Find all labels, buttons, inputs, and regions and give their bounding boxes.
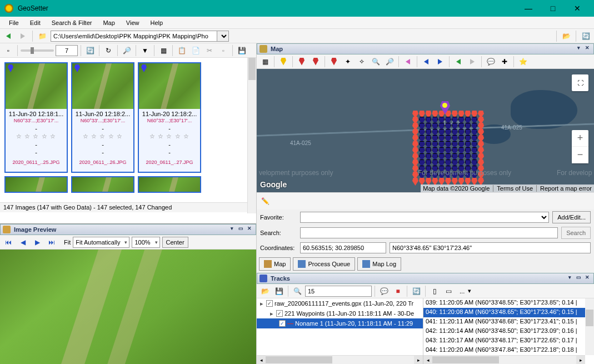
path-dropdown[interactable] — [217, 31, 229, 42]
map-tool-zoom-sel[interactable]: 🔍 — [370, 56, 382, 68]
map-fullscreen-button[interactable]: ⛶ — [572, 74, 588, 91]
nav-back-button[interactable] — [2, 30, 14, 42]
tracks-view2[interactable]: ▭ — [442, 285, 455, 297]
tracks-save[interactable]: 💾 — [273, 285, 285, 297]
track-point-row[interactable]: 043: 11:20:17 AM (N60°33'48.17"; E30°17'… — [423, 336, 594, 346]
thumb-save[interactable]: 💾 — [236, 44, 248, 57]
menu-search-filter[interactable]: Search & Filter — [46, 18, 98, 28]
map-nav-pink[interactable] — [402, 56, 414, 68]
panel-min-button[interactable]: ▭ — [237, 226, 244, 233]
tracks-view1[interactable]: ▯ — [428, 285, 441, 297]
preview-first-button[interactable]: ⏮ — [2, 236, 14, 248]
thumb-refresh[interactable]: 🔄 — [84, 44, 96, 57]
folder-up-button[interactable]: 📁 — [36, 30, 48, 42]
map-nav-prev[interactable] — [420, 56, 432, 68]
thumb-list-mode[interactable]: ▦ — [157, 44, 169, 57]
map-attribution[interactable]: Map data ©2020 Google Terms of Use Repor… — [421, 185, 594, 192]
map-close-button[interactable]: ✕ — [583, 45, 591, 53]
map-search-button[interactable]: Search — [561, 227, 591, 239]
zoom-select[interactable]: 100% — [132, 237, 159, 248]
track-point-row[interactable]: 041: 11:20:11 AM (N60°33'48.68"; E30°17'… — [423, 317, 594, 327]
thumb-filter[interactable]: ▼ — [139, 44, 151, 57]
tracks-hscroll[interactable]: ◂▸ — [423, 355, 585, 364]
refresh-folder-button[interactable]: 🔄 — [580, 30, 592, 42]
track-point-row[interactable]: 042: 11:20:14 AM (N60°33'48.50"; E30°17'… — [423, 327, 594, 336]
track-point-row[interactable]: 044: 11:20:20 AM (N60°33'47.84"; E30°17'… — [423, 346, 594, 355]
fit-mode-select[interactable]: Fit Automatically — [73, 237, 129, 248]
thumbnail-item[interactable]: 11-Jun-20 12:18:1... N60°33'...;E30°17'.… — [4, 62, 68, 173]
map-tool-multi1[interactable]: ✦ — [342, 56, 354, 68]
map-marker-red[interactable] — [296, 56, 308, 68]
tracks-comment[interactable]: 💬 — [378, 285, 390, 297]
map-zoom-in[interactable]: + — [572, 130, 588, 147]
map-tool-comment[interactable]: 💬 — [485, 56, 497, 68]
thumb-copy[interactable]: 📋 — [176, 44, 188, 57]
map-tool-layers[interactable]: ▦ — [259, 56, 271, 68]
map-tool-multi2[interactable]: ✧ — [356, 56, 368, 68]
panel-menu-button[interactable]: ▾ — [228, 226, 236, 233]
thumbnail-scrollbar[interactable] — [247, 58, 256, 213]
tracks-min-button[interactable]: ▭ — [575, 275, 582, 282]
map-marker-red-del[interactable] — [310, 56, 322, 68]
tracks-close-button[interactable]: ✕ — [583, 275, 591, 282]
tracks-menu-button[interactable]: ▾ — [566, 275, 573, 282]
maximize-button[interactable]: □ — [541, 0, 565, 17]
tracks-point-list[interactable]: 039: 11:20:05 AM (N60°33'48.55"; E30°17'… — [423, 298, 594, 364]
preview-next-button[interactable]: ▶ — [31, 236, 43, 248]
favorite-combo[interactable] — [300, 212, 549, 223]
thumb-cut[interactable]: ✂ — [203, 44, 216, 57]
tree-hscroll[interactable]: ◂▸ — [257, 355, 423, 364]
track-point-row[interactable]: 039: 11:20:05 AM (N60°33'48.55"; E30°17'… — [423, 298, 594, 308]
map-marker-assign[interactable] — [328, 56, 340, 68]
tab-map[interactable]: Map — [259, 257, 291, 271]
minimize-button[interactable]: — — [516, 0, 541, 17]
menu-view[interactable]: View — [121, 18, 145, 28]
thumbnail-item[interactable]: 11-Jun-20 12:18:2... N60°33'...;E30°17'.… — [71, 62, 134, 173]
map-header[interactable]: Map ▾ ✕ — [257, 43, 594, 54]
map-edit-button[interactable]: ✏️ — [259, 195, 271, 207]
coords-dms-input[interactable] — [390, 242, 591, 253]
map-search-input[interactable] — [300, 227, 558, 238]
thumbnail-item[interactable] — [138, 176, 201, 193]
map-zoom-out[interactable]: − — [572, 147, 588, 163]
tree-waypoints-row[interactable]: ▸✓ 221 Waypoints (11-Jun-20 11:18:11 AM … — [257, 308, 423, 318]
thumb-tool-1[interactable]: ▫ — [2, 44, 14, 57]
tracks-tree[interactable]: ▸✓ raw_202006111117_events.gpx (11-Jun-2… — [257, 298, 423, 364]
track-point-row[interactable]: 040: 11:20:08 AM (N60°33'48.65"; E30°17'… — [423, 308, 594, 317]
image-preview-header[interactable]: Image Preview ▾ ▭ ✕ — [0, 224, 256, 235]
add-edit-favorite-button[interactable]: Add/Edit... — [552, 211, 591, 223]
map-marker-yellow[interactable] — [277, 56, 289, 68]
thumbnail-item[interactable] — [4, 176, 68, 193]
center-button[interactable]: Center — [162, 237, 188, 248]
tree-file-row[interactable]: ▸✓ raw_202006111117_events.gpx (11-Jun-2… — [257, 298, 423, 308]
map-canvas[interactable]: 41A-025 41A-025 41A-025 velopment purpos… — [257, 69, 594, 192]
map-tool-zoom-all[interactable]: 🔎 — [383, 56, 396, 68]
nav-fwd-button[interactable] — [17, 30, 29, 42]
map-menu-button[interactable]: ▾ — [575, 45, 582, 53]
preview-prev-button[interactable]: ◀ — [17, 236, 29, 248]
tracks-header[interactable]: Tracks ▾ ▭ ✕ — [257, 273, 594, 284]
tracks-refresh[interactable]: 🔄 — [410, 285, 422, 297]
menu-file[interactable]: File — [3, 18, 24, 28]
thumb-multi[interactable]: ▫ — [217, 44, 229, 57]
tracks-open[interactable]: 📂 — [259, 285, 271, 297]
thumb-paste[interactable]: 📄 — [189, 44, 202, 57]
tracks-zoom[interactable]: 🔍 — [291, 285, 303, 297]
menu-map[interactable]: Map — [97, 18, 120, 28]
map-tool-favorite[interactable]: ⭐ — [517, 56, 529, 68]
thumb-reload[interactable]: ↻ — [102, 44, 114, 57]
thumb-size-slider[interactable] — [21, 49, 54, 52]
thumbnail-item[interactable]: 11-Jun-20 12:18:2... N60°33'...;E30°17'.… — [138, 62, 201, 173]
tab-map-log[interactable]: Map Log — [357, 257, 401, 271]
tracks-stop[interactable]: ■ — [392, 285, 404, 297]
preview-last-button[interactable]: ⏭ — [46, 236, 58, 248]
tracks-spin[interactable]: 15 — [305, 286, 372, 297]
tracks-vscroll[interactable] — [585, 298, 594, 355]
tab-process-queue[interactable]: Process Queue — [293, 257, 355, 271]
thumb-search[interactable]: 🔎 — [121, 44, 133, 57]
map-nav-next[interactable] — [434, 56, 446, 68]
panel-close-button[interactable]: ✕ — [246, 226, 253, 233]
path-input[interactable] — [51, 31, 217, 42]
thumb-size-spin[interactable]: 7 — [56, 45, 78, 56]
tree-track-row[interactable]: ✓ — Noname 1 (11-Jun-20, 11:18:11 AM - 1… — [257, 318, 423, 328]
